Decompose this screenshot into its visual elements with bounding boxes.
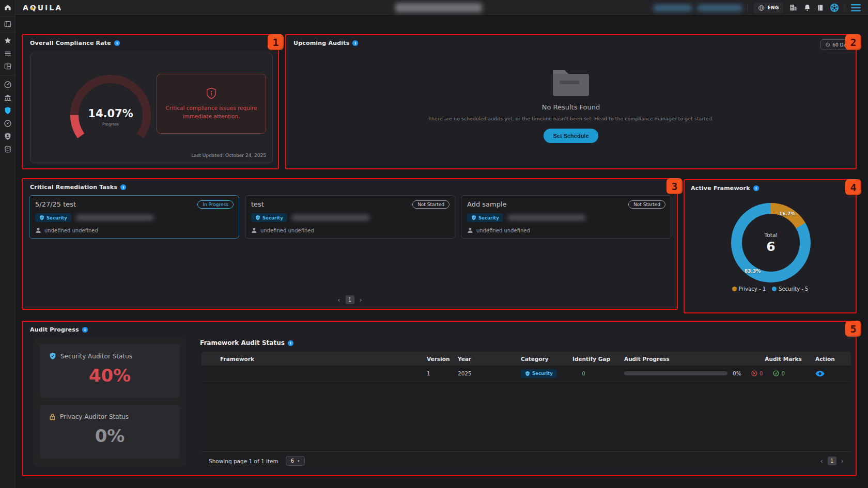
compliance-card: 14.07% Progress Critical compliance issu…	[30, 53, 273, 163]
assignee-name: undefined undefined	[476, 228, 530, 233]
set-schedule-button[interactable]: Set Schedule	[544, 129, 598, 143]
info-icon[interactable]	[114, 40, 120, 46]
view-action-button[interactable]	[815, 370, 825, 377]
app-logo-text: AQUILA	[23, 4, 63, 12]
lock-icon	[49, 413, 56, 420]
next-page-icon[interactable]: ›	[360, 296, 362, 303]
task-card[interactable]: Add sample Not Started Security undefine…	[461, 195, 671, 239]
section-number-badge: 4	[845, 179, 861, 195]
col-audit-marks: Audit Marks	[751, 356, 815, 362]
shield-alert-icon	[206, 87, 217, 100]
legend-item-privacy[interactable]: Privacy - 1	[732, 286, 766, 292]
category-label: Security	[262, 215, 283, 221]
section-number-badge: 2	[845, 34, 861, 50]
app-logo[interactable]: AQUILA	[23, 4, 63, 12]
logo-accent-dot	[31, 7, 34, 10]
bank-icon[interactable]	[4, 93, 12, 102]
gauge-label: Progress	[67, 122, 154, 127]
task-cards-row: 5/27/25 test In Progress Security undefi…	[29, 195, 671, 239]
security-auditor-card: Security Auditor Status 40%	[40, 344, 180, 398]
critical-remediation-tasks-section: 3 Critical Remediation Tasks 5/27/25 tes…	[22, 178, 678, 310]
table-pagination: ‹ 1 ›	[820, 456, 844, 465]
task-card[interactable]: 5/27/25 test In Progress Security undefi…	[29, 195, 239, 239]
range-chip-label: 60 Da	[832, 42, 846, 48]
dashboard-page: AQUILA ENG	[0, 0, 868, 488]
section-title: Upcoming Audits	[293, 40, 349, 46]
organization-icon[interactable]	[789, 4, 798, 12]
notifications-bell-icon[interactable]	[803, 4, 811, 12]
topbar-divider	[748, 4, 748, 12]
language-selector[interactable]: ENG	[754, 3, 783, 13]
shield-icon[interactable]	[4, 106, 12, 115]
privacy-dot-icon	[732, 287, 737, 291]
cell-identify-gap: 0	[572, 370, 624, 376]
task-card[interactable]: test Not Started Security undefined unde…	[245, 195, 455, 239]
info-icon[interactable]	[82, 327, 88, 333]
home-icon[interactable]	[4, 4, 11, 11]
col-action: Action	[815, 356, 851, 362]
page-title-blurred	[395, 3, 482, 12]
framework-audit-table: Framework Version Year Category Identify…	[202, 352, 851, 470]
section-number-badge: 3	[667, 178, 683, 194]
page-number[interactable]: 1	[828, 456, 836, 465]
category-label: Security	[47, 215, 67, 221]
user-info-blurred	[654, 5, 692, 11]
task-detail-blurred	[76, 215, 153, 221]
folder-icon	[550, 66, 592, 98]
legend-item-security[interactable]: Security - 5	[772, 286, 808, 292]
sidebar-divider	[0, 16, 16, 17]
info-icon[interactable]	[352, 40, 358, 46]
info-icon[interactable]	[288, 340, 293, 346]
clock-icon	[826, 42, 830, 48]
docs-book-icon[interactable]	[817, 4, 824, 12]
star-icon[interactable]	[4, 37, 11, 44]
category-badge: Security	[467, 213, 503, 222]
last-updated: Last Updated: October 24, 2025	[191, 153, 266, 158]
table-header-row: Framework Version Year Category Identify…	[202, 352, 851, 366]
section-title: Critical Remediation Tasks	[30, 184, 117, 191]
privacy-auditor-card: Privacy Auditor Status 0%	[40, 405, 180, 459]
list-icon[interactable]	[4, 50, 11, 57]
empty-state-description: There are no scheduled audits yet, or th…	[428, 116, 713, 121]
sidebar	[0, 0, 16, 488]
prev-page-icon[interactable]: ‹	[337, 296, 340, 303]
shield-check-icon	[49, 352, 56, 360]
shield-check-icon	[525, 371, 530, 376]
next-page-icon[interactable]: ›	[841, 458, 844, 464]
panel-icon[interactable]	[4, 20, 11, 28]
shield-user-icon[interactable]	[4, 132, 12, 140]
col-framework: Framework	[220, 356, 427, 362]
donut-legend: Privacy - 1 Security - 5	[685, 286, 856, 292]
compass-icon[interactable]	[4, 119, 12, 128]
info-icon[interactable]	[753, 185, 759, 191]
database-icon[interactable]	[4, 145, 11, 153]
cell-version: 1	[427, 370, 458, 376]
layout-icon[interactable]	[4, 62, 11, 70]
speedometer-icon[interactable]	[4, 81, 12, 89]
table-row[interactable]: 1 2025 Security 0 0% 0	[202, 366, 851, 382]
hamburger-menu-icon[interactable]	[851, 4, 861, 11]
fail-count: 0	[760, 371, 763, 376]
globe-icon	[758, 5, 765, 11]
category-label: Security	[478, 215, 499, 221]
section-title: Overall Compliance Rate	[30, 40, 111, 46]
pass-circle-icon	[773, 370, 779, 376]
top-bar-actions: ENG	[654, 3, 861, 13]
category-label: Security	[532, 371, 553, 376]
legend-label: Privacy - 1	[739, 286, 766, 292]
critical-warning-box: Critical compliance issues require immed…	[157, 74, 266, 134]
donut-center: Total 6	[742, 214, 800, 272]
audit-progress-bar	[624, 371, 727, 375]
help-ring-icon[interactable]	[830, 3, 839, 12]
assignee-name: undefined undefined	[260, 228, 314, 233]
info-icon[interactable]	[120, 184, 126, 190]
security-dot-icon	[772, 287, 777, 291]
col-category: Category	[521, 356, 572, 362]
framework-donut-chart: Total 6 16.7% 83.3%	[731, 203, 811, 282]
status-badge: Not Started	[628, 200, 665, 209]
col-audit-progress: Audit Progress	[624, 356, 751, 362]
page-number[interactable]: 1	[346, 295, 354, 304]
page-size-select[interactable]: 6 ▾	[286, 456, 305, 466]
prev-page-icon[interactable]: ‹	[820, 458, 823, 464]
audit-progress-section: 5 Audit Progress Security Auditor Status…	[22, 321, 857, 476]
